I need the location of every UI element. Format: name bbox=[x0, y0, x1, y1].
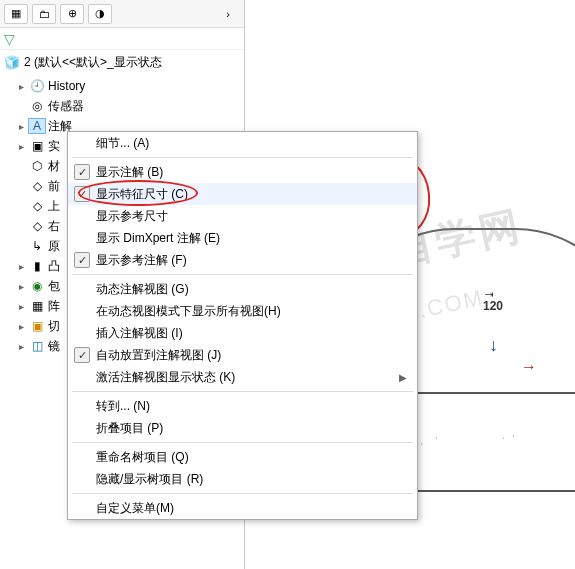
view-triad[interactable]: ⤒ 120 bbox=[483, 290, 503, 313]
tab-appearance-icon[interactable]: ◑ bbox=[88, 4, 112, 24]
tree-item-label: 材 bbox=[48, 158, 60, 175]
menu-item-auto-place[interactable]: ✓ 自动放置到注解视图 (J) bbox=[68, 344, 417, 366]
context-menu: 细节... (A) ✓ 显示注解 (B) ✓ 显示特征尺寸 (C) 显示参考尺寸… bbox=[67, 131, 418, 520]
expand-icon[interactable]: ▸ bbox=[16, 81, 26, 92]
expand-icon[interactable]: ▸ bbox=[16, 321, 26, 332]
cut-icon: ▣ bbox=[28, 318, 46, 334]
tree-item-label: 切 bbox=[48, 318, 60, 335]
menu-item-label: 动态注解视图 (G) bbox=[96, 281, 189, 298]
filter-icon[interactable]: ▽ bbox=[4, 31, 15, 47]
mirror-icon: ◫ bbox=[28, 338, 46, 354]
menu-item-label: 自动放置到注解视图 (J) bbox=[96, 347, 221, 364]
tree-item-label: 包 bbox=[48, 278, 60, 295]
expand-icon[interactable]: ▸ bbox=[16, 141, 26, 152]
menu-separator bbox=[72, 442, 413, 443]
tab-feature-tree-icon[interactable]: ▦ bbox=[4, 4, 28, 24]
solid-body-icon: ▣ bbox=[28, 138, 46, 154]
menu-item-label: 插入注解视图 (I) bbox=[96, 325, 183, 342]
menu-item-goto[interactable]: 转到... (N) bbox=[68, 395, 417, 417]
tree-item-label: 镜 bbox=[48, 338, 60, 355]
menu-item-show-ref-dims[interactable]: 显示参考尺寸 bbox=[68, 205, 417, 227]
plane-icon: ◇ bbox=[28, 178, 46, 194]
origin-icon: ↳ bbox=[28, 238, 46, 254]
menu-item-label: 自定义菜单(M) bbox=[96, 500, 174, 517]
menu-item-show-annotations[interactable]: ✓ 显示注解 (B) bbox=[68, 161, 417, 183]
menu-separator bbox=[72, 274, 413, 275]
tree-item-sensors[interactable]: ◎ 传感器 bbox=[0, 96, 244, 116]
expand-icon[interactable]: ▸ bbox=[16, 121, 26, 132]
tab-more-chevron-icon[interactable]: › bbox=[216, 4, 240, 24]
menu-item-label: 显示 DimXpert 注解 (E) bbox=[96, 230, 220, 247]
tree-item-label: 凸 bbox=[48, 258, 60, 275]
menu-item-insert-annot-view[interactable]: 插入注解视图 (I) bbox=[68, 322, 417, 344]
tree-item-label: 前 bbox=[48, 178, 60, 195]
menu-item-show-all-dyn[interactable]: 在动态视图模式下显示所有视图(H) bbox=[68, 300, 417, 322]
tree-item-label: History bbox=[48, 79, 85, 93]
menu-item-rename-tree[interactable]: 重命名树项目 (Q) bbox=[68, 446, 417, 468]
tree-root[interactable]: 🧊 2 (默认<<默认>_显示状态 bbox=[0, 50, 244, 74]
wrap-icon: ◉ bbox=[28, 278, 46, 294]
menu-item-label: 激活注解视图显示状态 (K) bbox=[96, 369, 235, 386]
menu-item-dyn-annot-view[interactable]: 动态注解视图 (G) bbox=[68, 278, 417, 300]
menu-item-label: 细节... (A) bbox=[96, 135, 149, 152]
menu-item-show-feature-dims[interactable]: ✓ 显示特征尺寸 (C) bbox=[68, 183, 417, 205]
menu-item-show-dimxpert[interactable]: 显示 DimXpert 注解 (E) bbox=[68, 227, 417, 249]
tab-display-icon[interactable]: ⊕ bbox=[60, 4, 84, 24]
checkbox-checked-icon: ✓ bbox=[74, 186, 90, 202]
tree-item-label: 传感器 bbox=[48, 98, 84, 115]
x-axis-icon[interactable]: → bbox=[521, 358, 537, 376]
checkbox-checked-icon: ✓ bbox=[74, 347, 90, 363]
extrude-icon: ▮ bbox=[28, 258, 46, 274]
submenu-arrow-icon: ▶ bbox=[399, 372, 407, 383]
checkbox-checked-icon: ✓ bbox=[74, 252, 90, 268]
part-icon: 🧊 bbox=[4, 54, 20, 70]
menu-item-label: 在动态视图模式下显示所有视图(H) bbox=[96, 303, 281, 320]
expand-icon[interactable]: ▸ bbox=[16, 341, 26, 352]
expand-icon[interactable]: ▸ bbox=[16, 261, 26, 272]
panel-tabs: ▦ 🗀 ⊕ ◑ › bbox=[0, 0, 244, 28]
tree-item-label: 原 bbox=[48, 238, 60, 255]
z-axis-icon[interactable]: ↓ bbox=[489, 335, 498, 356]
menu-item-label: 显示参考注解 (F) bbox=[96, 252, 187, 269]
menu-item-label: 显示参考尺寸 bbox=[96, 208, 168, 225]
menu-item-show-ref-annot[interactable]: ✓ 显示参考注解 (F) bbox=[68, 249, 417, 271]
pattern-icon: ▦ bbox=[28, 298, 46, 314]
checkbox-checked-icon: ✓ bbox=[74, 164, 90, 180]
expand-icon[interactable]: ▸ bbox=[16, 301, 26, 312]
menu-separator bbox=[72, 493, 413, 494]
triad-angle-label: 120 bbox=[483, 299, 503, 313]
menu-item-details[interactable]: 细节... (A) bbox=[68, 132, 417, 154]
menu-separator bbox=[72, 391, 413, 392]
menu-item-custom-menu[interactable]: 自定义菜单(M) bbox=[68, 497, 417, 519]
menu-item-label: 隐藏/显示树项目 (R) bbox=[96, 471, 203, 488]
plane-icon: ◇ bbox=[28, 198, 46, 214]
sensors-icon: ◎ bbox=[28, 98, 46, 114]
menu-item-activate-state[interactable]: 激活注解视图显示状态 (K) ▶ bbox=[68, 366, 417, 388]
tree-item-label: 实 bbox=[48, 138, 60, 155]
history-icon: 🕘 bbox=[28, 78, 46, 94]
tree-item-label: 上 bbox=[48, 198, 60, 215]
filter-row: ▽ bbox=[0, 28, 244, 50]
tree-item-history[interactable]: ▸ 🕘 History bbox=[0, 76, 244, 96]
menu-separator bbox=[72, 157, 413, 158]
menu-item-label: 显示注解 (B) bbox=[96, 164, 163, 181]
menu-item-label: 显示特征尺寸 (C) bbox=[96, 186, 188, 203]
tree-item-label: 右 bbox=[48, 218, 60, 235]
menu-item-label: 折叠项目 (P) bbox=[96, 420, 163, 437]
tab-config-icon[interactable]: 🗀 bbox=[32, 4, 56, 24]
tree-root-label: 2 (默认<<默认>_显示状态 bbox=[24, 54, 162, 71]
tree-item-label: 阵 bbox=[48, 298, 60, 315]
plane-icon: ◇ bbox=[28, 218, 46, 234]
menu-item-label: 转到... (N) bbox=[96, 398, 150, 415]
expand-icon[interactable]: ▸ bbox=[16, 281, 26, 292]
menu-item-hide-show-tree[interactable]: 隐藏/显示树项目 (R) bbox=[68, 468, 417, 490]
material-icon: ⬡ bbox=[28, 158, 46, 174]
annotations-icon: A bbox=[28, 118, 46, 134]
menu-item-collapse[interactable]: 折叠项目 (P) bbox=[68, 417, 417, 439]
menu-item-label: 重命名树项目 (Q) bbox=[96, 449, 189, 466]
